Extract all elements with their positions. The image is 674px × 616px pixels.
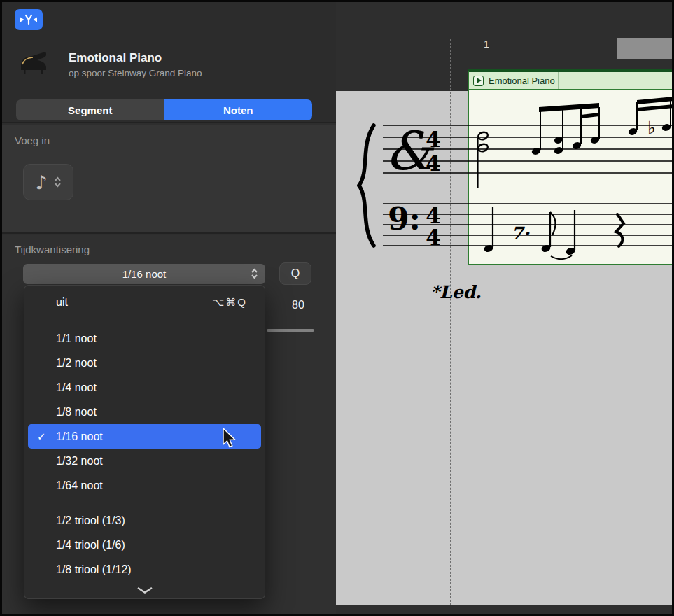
checkmark-icon: ✓	[37, 430, 46, 443]
updown-chevrons-icon	[251, 267, 258, 280]
beat-divider	[601, 72, 601, 89]
region-name: Emotional Piano	[489, 76, 555, 86]
tab-segment[interactable]: Segment	[16, 99, 164, 120]
ruler-segment[interactable]	[617, 38, 672, 59]
eighth-note-icon: ♪	[35, 172, 47, 193]
insert-note-popup-button[interactable]: ♪	[23, 164, 73, 200]
strength-slider[interactable]	[267, 329, 314, 332]
menu-scroll-down[interactable]	[24, 582, 265, 596]
mouse-cursor	[221, 428, 237, 449]
menu-item-1-8-triool[interactable]: 1/8 triool (1/12)	[28, 557, 261, 582]
menu-item-label: 1/32 noot	[56, 455, 103, 468]
menu-item-1-2-noot[interactable]: 1/2 noot	[28, 351, 261, 375]
beat-divider	[558, 72, 559, 89]
track-title: Emotional Piano	[69, 51, 162, 65]
menu-item-shortcut: ⌥⌘Q	[212, 296, 247, 309]
playhead-line	[450, 39, 451, 606]
play-icon[interactable]	[473, 76, 484, 86]
menu-separator	[34, 503, 255, 503]
menu-item-label: 1/2 noot	[56, 357, 97, 370]
menu-item-1-1-noot[interactable]: 1/1 noot	[28, 326, 261, 351]
menu-item-label: 1/2 triool (1/3)	[56, 514, 125, 527]
updown-chevrons-icon	[54, 176, 62, 188]
menu-item-1-32-noot[interactable]: 1/32 noot	[28, 449, 261, 473]
quantize-value: 1/16 noot	[122, 268, 167, 280]
tab-noten[interactable]: Noten	[164, 99, 313, 120]
funnel-arrows-icon	[20, 14, 37, 25]
menu-item-label: 1/4 noot	[56, 382, 97, 394]
region-emotional-piano[interactable]: Emotional Piano	[468, 69, 674, 265]
filter-button[interactable]	[15, 9, 43, 30]
quantize-apply-button[interactable]: Q	[279, 262, 311, 285]
track-subtitle: op spoor Steinway Grand Piano	[69, 68, 202, 78]
quantize-strength-value[interactable]: 80	[281, 299, 316, 312]
menu-item-1-4-triool[interactable]: 1/4 triool (1/6)	[28, 533, 261, 557]
menu-item-label: uit	[56, 296, 68, 309]
menu-item-label: 1/1 noot	[56, 332, 97, 345]
inspector-tabs: Segment Noten	[16, 99, 312, 120]
menu-item-label: 1/16 noot	[56, 430, 103, 443]
menu-item-uit[interactable]: uit ⌥⌘Q	[28, 289, 261, 316]
menu-item-label: 1/8 triool (1/12)	[56, 564, 132, 576]
menu-item-1-8-noot[interactable]: 1/8 noot	[28, 400, 261, 424]
menu-item-1-2-triool[interactable]: 1/2 triool (1/3)	[28, 508, 261, 533]
quantize-popup-button[interactable]: 1/16 noot	[23, 264, 265, 284]
ruler-bar-number[interactable]: 1	[484, 38, 489, 50]
logic-score-editor-window: 1 Emotional Piano	[0, 0, 674, 616]
insert-section-label: Voeg in	[15, 134, 50, 146]
region-header[interactable]: Emotional Piano	[469, 72, 673, 90]
menu-item-label: 1/4 triool (1/6)	[56, 539, 125, 552]
quantize-section-label: Tijdkwantisering	[15, 244, 90, 255]
menu-item-label: 1/8 noot	[56, 406, 97, 419]
menu-item-1-4-noot[interactable]: 1/4 noot	[28, 375, 261, 400]
grand-piano-icon[interactable]	[17, 47, 50, 75]
menu-item-1-64-noot[interactable]: 1/64 noot	[28, 473, 261, 498]
menu-item-label: 1/64 noot	[56, 479, 103, 492]
menu-separator	[34, 321, 255, 321]
chevron-down-icon	[136, 587, 153, 594]
